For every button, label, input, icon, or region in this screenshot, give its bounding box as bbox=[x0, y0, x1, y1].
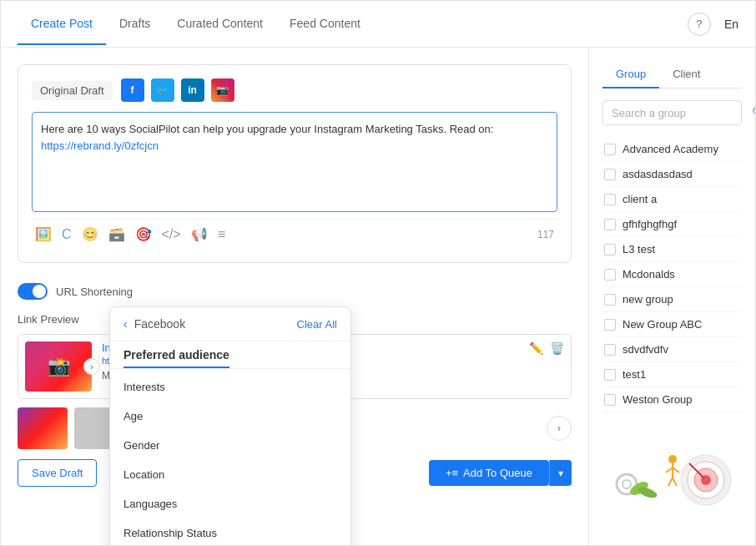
group-name-mcdonalds: Mcdonalds bbox=[622, 268, 675, 281]
gallery-icon[interactable]: 🖼️ bbox=[35, 226, 52, 242]
edit-icon[interactable]: ✏️ bbox=[529, 341, 543, 355]
svg-line-11 bbox=[668, 478, 673, 486]
url-shortening-toggle[interactable] bbox=[18, 283, 48, 300]
svg-point-7 bbox=[668, 455, 677, 463]
text-editor[interactable]: Here are 10 ways SocialPilot can help yo… bbox=[32, 112, 557, 212]
url-shortening-label: URL Shortening bbox=[56, 286, 133, 298]
group-name-asdasdasdasd: asdasdasdasd bbox=[622, 168, 693, 180]
linkedin-icon[interactable]: in bbox=[181, 78, 204, 102]
next-thumbnail-button[interactable]: › bbox=[547, 416, 572, 441]
group-item-mcdonalds: Mcdonalds bbox=[602, 262, 742, 287]
dropdown-item-age[interactable]: Age bbox=[110, 402, 350, 431]
add-queue-icon: +≡ bbox=[446, 467, 458, 479]
group-name-advanced-academy: Advanced Academy bbox=[622, 143, 718, 155]
content-icon[interactable]: C bbox=[62, 227, 72, 242]
editor-header: Original Draft f 🐦 in 📷 bbox=[32, 78, 557, 102]
illustration bbox=[602, 426, 742, 512]
layout-icon[interactable]: ≡ bbox=[218, 227, 225, 242]
url-shortening-row: URL Shortening bbox=[18, 276, 572, 306]
group-name-sdvdfvdfv: sdvdfvdfv bbox=[622, 343, 668, 356]
group-checkbox-new-group-abc[interactable] bbox=[604, 319, 616, 331]
group-item-new-group-abc: New Group ABC bbox=[602, 312, 742, 337]
group-checkbox-test1[interactable] bbox=[604, 369, 616, 381]
back-arrow-icon[interactable]: ‹ bbox=[123, 317, 128, 331]
group-checkbox-gfhfghgfhgf[interactable] bbox=[604, 219, 616, 230]
group-name-weston-group: Weston Group bbox=[622, 393, 693, 406]
editor-toolbar: 🖼️ C 😊 🗃️ 🎯 </> 📢 ≡ 117 bbox=[32, 219, 557, 249]
search-group-container: 🔍 bbox=[602, 100, 742, 125]
delete-icon[interactable]: 🗑️ bbox=[550, 341, 564, 355]
group-item-weston-group: Weston Group bbox=[602, 387, 742, 412]
group-checkbox-advanced-academy[interactable] bbox=[604, 144, 616, 155]
toggle-knob bbox=[33, 285, 46, 298]
emoji-icon[interactable]: 😊 bbox=[82, 226, 98, 242]
group-name-gfhfghgfhgf: gfhfghgfhgf bbox=[622, 218, 677, 230]
group-checkbox-sdvdfvdfv[interactable] bbox=[604, 344, 616, 356]
group-name-client-a: client a bbox=[622, 193, 657, 205]
preview-thumbnail: 📸 › bbox=[25, 341, 92, 392]
group-name-new-group: new group bbox=[622, 293, 673, 306]
platform-icons: f 🐦 in 📷 bbox=[121, 78, 234, 102]
dropdown-item-languages[interactable]: Languages bbox=[110, 489, 350, 518]
dropdown-item-location[interactable]: Location bbox=[110, 460, 350, 489]
queue-dropdown-button[interactable]: ▾ bbox=[549, 460, 572, 486]
tab-curated-content[interactable]: Curated Content bbox=[164, 3, 276, 45]
image-icon[interactable]: 🗃️ bbox=[108, 226, 125, 242]
tab-client[interactable]: Client bbox=[659, 61, 713, 88]
editor-card: Original Draft f 🐦 in 📷 Here are 10 ways… bbox=[18, 64, 572, 263]
tab-feed-content[interactable]: Feed Content bbox=[276, 3, 374, 45]
left-panel: Original Draft f 🐦 in 📷 Here are 10 ways… bbox=[1, 48, 588, 545]
group-checkbox-mcdonalds[interactable] bbox=[604, 269, 616, 281]
editor-link: https://rebrand.ly/0zfcjcn bbox=[41, 139, 159, 152]
twitter-icon[interactable]: 🐦 bbox=[151, 78, 174, 102]
add-to-queue-button[interactable]: +≡ Add To Queue bbox=[429, 460, 549, 486]
save-draft-button[interactable]: Save Draft bbox=[18, 459, 97, 487]
tab-group[interactable]: Group bbox=[602, 61, 659, 88]
nav-right: ? En bbox=[688, 13, 738, 36]
dropdown-item-relationship[interactable]: Relationship Status bbox=[110, 518, 350, 545]
help-button[interactable]: ? bbox=[688, 13, 711, 36]
code-icon[interactable]: </> bbox=[162, 227, 181, 242]
group-list: Advanced Academy asdasdasdasd client a g… bbox=[602, 137, 742, 412]
nav-tabs: Create Post Drafts Curated Content Feed … bbox=[18, 3, 374, 44]
instagram-icon[interactable]: 📷 bbox=[211, 78, 234, 102]
group-item-advanced-academy: Advanced Academy bbox=[602, 137, 742, 162]
group-checkbox-client-a[interactable] bbox=[604, 194, 616, 205]
group-item-asdasdasdasd: asdasdasdasd bbox=[602, 162, 742, 187]
group-name-l3-test: L3 test bbox=[622, 243, 655, 255]
editor-text: Here are 10 ways SocialPilot can help yo… bbox=[41, 123, 493, 135]
original-draft-label: Original Draft bbox=[32, 81, 113, 100]
group-checkbox-weston-group[interactable] bbox=[604, 394, 616, 406]
dropdown-item-interests[interactable]: Interests bbox=[110, 372, 350, 402]
group-item-new-group: new group bbox=[602, 287, 742, 312]
group-item-test1: test1 bbox=[602, 362, 742, 387]
preferred-audience-dropdown: ‹ Facebook Clear All Preferred audience … bbox=[109, 306, 351, 545]
target-icon[interactable]: 🎯 bbox=[135, 226, 152, 242]
search-icon: 🔍 bbox=[752, 106, 755, 119]
group-item-sdvdfvdfv: sdvdfvdfv bbox=[602, 337, 742, 362]
group-checkbox-asdasdasdasd[interactable] bbox=[604, 169, 616, 180]
svg-line-12 bbox=[673, 478, 677, 486]
tab-create-post[interactable]: Create Post bbox=[18, 3, 106, 45]
group-item-l3-test: L3 test bbox=[602, 237, 742, 262]
thumbnail-1 bbox=[18, 407, 68, 449]
main-content: Original Draft f 🐦 in 📷 Here are 10 ways… bbox=[1, 48, 755, 545]
top-nav: Create Post Drafts Curated Content Feed … bbox=[1, 1, 755, 48]
search-group-input[interactable] bbox=[612, 107, 752, 119]
char-count: 117 bbox=[537, 229, 554, 240]
group-item-client-a: client a bbox=[602, 187, 742, 212]
group-checkbox-l3-test[interactable] bbox=[604, 244, 616, 255]
right-panel: Group Client 🔍 Advanced Academy asdasdas… bbox=[588, 48, 755, 545]
tab-drafts[interactable]: Drafts bbox=[106, 3, 164, 45]
group-client-tabs: Group Client bbox=[602, 61, 742, 88]
language-button[interactable]: En bbox=[724, 18, 738, 31]
group-name-new-group-abc: New Group ABC bbox=[622, 318, 702, 331]
group-checkbox-new-group[interactable] bbox=[604, 294, 616, 306]
dropdown-item-gender[interactable]: Gender bbox=[110, 431, 350, 460]
megaphone-icon[interactable]: 📢 bbox=[191, 226, 208, 242]
clear-all-button[interactable]: Clear All bbox=[297, 318, 337, 331]
group-item-gfhfghgfhgf: gfhfghgfhgf bbox=[602, 212, 742, 237]
facebook-icon[interactable]: f bbox=[121, 78, 144, 102]
preferred-audience-label: Preferred audience bbox=[123, 341, 229, 368]
arrow-icon[interactable]: › bbox=[83, 358, 100, 375]
